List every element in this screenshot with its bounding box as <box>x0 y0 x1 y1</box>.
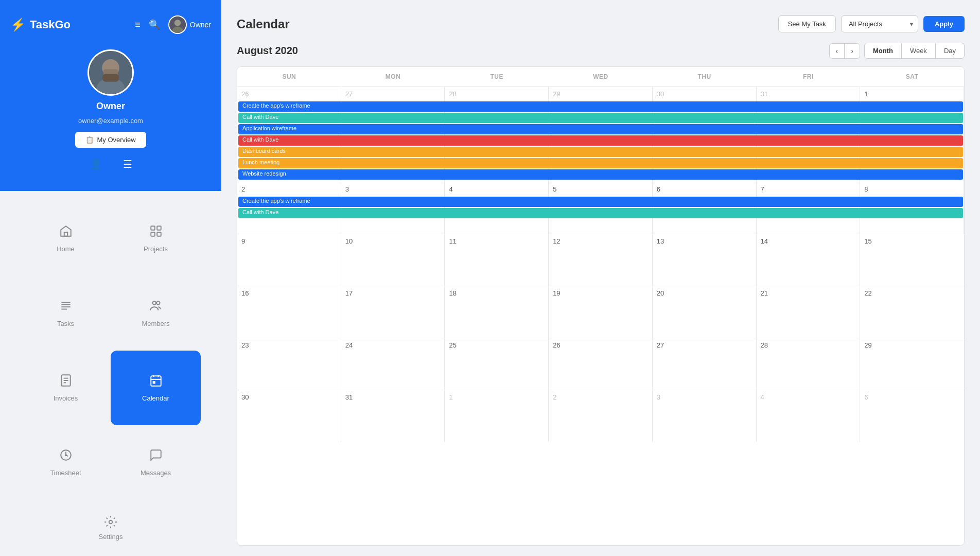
settings-label: Settings <box>99 533 123 541</box>
apply-button[interactable]: Apply <box>923 16 965 32</box>
event-dashboard-w1[interactable]: Dashboard cards <box>238 147 963 157</box>
messages-label: Messages <box>141 469 171 477</box>
event-website-w1[interactable]: Website redesign <box>238 169 963 180</box>
home-icon <box>59 224 73 241</box>
svg-point-29 <box>65 455 66 456</box>
app-name: TaskGo <box>30 18 71 31</box>
cell-aug-11[interactable]: 11 <box>445 234 549 286</box>
calendar-week-4: 16 17 18 19 20 21 22 <box>237 286 964 338</box>
svg-point-18 <box>156 301 160 305</box>
cell-aug-30[interactable]: 30 <box>237 390 341 442</box>
overview-button[interactable]: 📋 My Overview <box>75 132 146 148</box>
overview-label: My Overview <box>97 136 135 144</box>
calendar-week-5: 23 24 25 26 27 28 29 <box>237 338 964 390</box>
avatar-small <box>168 15 187 34</box>
overview-icon: 📋 <box>85 136 94 144</box>
cell-aug-16[interactable]: 16 <box>237 286 341 338</box>
calendar-body: 26 27 28 29 30 31 1 Create the app's wir… <box>237 87 964 442</box>
event-call-dave-teal-w1[interactable]: Call with Dave <box>238 113 963 123</box>
cell-aug-24[interactable]: 24 <box>341 338 445 390</box>
month-view-button[interactable]: Month <box>865 43 902 58</box>
event-call-dave-red-w1[interactable]: Call with Dave <box>238 135 963 146</box>
week1-events: Create the app's wireframe Call with Dav… <box>237 101 964 180</box>
calendar-week-3: 9 10 11 12 13 14 15 <box>237 234 964 286</box>
svg-rect-9 <box>151 226 155 230</box>
day-header-tue: TUE <box>445 67 549 86</box>
sidebar-item-calendar[interactable]: Calendar <box>111 351 201 425</box>
menu-icon[interactable]: ≡ <box>135 20 141 30</box>
header-controls: See My Task All Projects Apply <box>778 15 965 32</box>
home-label: Home <box>57 245 75 253</box>
messages-icon <box>149 448 163 465</box>
projects-icon <box>149 224 163 241</box>
day-view-button[interactable]: Day <box>936 43 964 58</box>
all-projects-select[interactable]: All Projects <box>841 15 918 32</box>
month-title: August 2020 <box>237 45 298 57</box>
calendar-week-1: 26 27 28 29 30 31 1 Create the app's wir… <box>237 87 964 182</box>
cell-aug-26[interactable]: 26 <box>549 338 653 390</box>
svg-rect-7 <box>102 74 119 82</box>
sidebar-item-invoices[interactable]: Invoices <box>21 351 111 425</box>
cell-aug-13[interactable]: 13 <box>653 234 757 286</box>
day-header-fri: FRI <box>757 67 861 86</box>
cell-sep-3[interactable]: 3 <box>653 390 757 442</box>
prev-month-button[interactable]: ‹ <box>830 44 845 58</box>
cell-aug-31[interactable]: 31 <box>341 390 445 442</box>
cell-aug-10[interactable]: 10 <box>341 234 445 286</box>
sidebar-item-home[interactable]: Home <box>21 201 111 276</box>
cell-sep-6[interactable]: 6 <box>860 390 964 442</box>
profile-actions: 👤 ☰ <box>90 158 132 170</box>
top-header: ⚡ TaskGo ≡ 🔍 Owner <box>10 15 211 34</box>
sidebar-item-settings[interactable]: Settings <box>99 515 123 541</box>
cell-aug-27[interactable]: 27 <box>653 338 757 390</box>
cell-aug-15[interactable]: 15 <box>860 234 964 286</box>
tasks-label: Tasks <box>57 320 74 327</box>
header-user-name: Owner <box>190 21 211 29</box>
cell-aug-25[interactable]: 25 <box>445 338 549 390</box>
search-icon[interactable]: 🔍 <box>149 19 160 30</box>
svg-rect-27 <box>153 381 154 383</box>
cell-aug-18[interactable]: 18 <box>445 286 549 338</box>
event-wireframe-w2[interactable]: Create the app's wireframe <box>238 197 963 207</box>
cell-aug-14[interactable]: 14 <box>757 234 861 286</box>
all-projects-wrapper[interactable]: All Projects <box>841 15 918 32</box>
timesheet-icon <box>59 448 73 465</box>
sidebar-item-tasks[interactable]: Tasks <box>21 276 111 351</box>
sidebar-item-projects[interactable]: Projects <box>111 201 201 276</box>
sidebar-item-members[interactable]: Members <box>111 276 201 351</box>
main-header: Calendar See My Task All Projects Apply <box>237 15 965 32</box>
cell-sep-4[interactable]: 4 <box>757 390 861 442</box>
svg-point-17 <box>152 301 156 305</box>
cell-aug-12[interactable]: 12 <box>549 234 653 286</box>
cell-aug-17[interactable]: 17 <box>341 286 445 338</box>
cell-aug-21[interactable]: 21 <box>757 286 861 338</box>
timesheet-label: Timesheet <box>50 469 81 477</box>
day-header-sun: SUN <box>237 67 341 86</box>
user-profile-header[interactable]: Owner <box>168 15 211 34</box>
event-wireframe-w1[interactable]: Create the app's wireframe <box>238 101 963 112</box>
profile-name: Owner <box>96 101 125 112</box>
next-month-button[interactable]: › <box>845 44 860 58</box>
cell-sep-1[interactable]: 1 <box>445 390 549 442</box>
sidebar-item-messages[interactable]: Messages <box>111 425 201 500</box>
cell-sep-2[interactable]: 2 <box>549 390 653 442</box>
list-icon[interactable]: ☰ <box>123 158 132 170</box>
event-app-wireframe-w1[interactable]: Application wireframe <box>238 124 963 134</box>
cell-aug-28[interactable]: 28 <box>757 338 861 390</box>
event-call-dave-teal-w2[interactable]: Call with Dave <box>238 208 963 218</box>
person-icon[interactable]: 👤 <box>90 158 102 170</box>
cell-aug-29[interactable]: 29 <box>860 338 964 390</box>
week-view-button[interactable]: Week <box>902 43 936 58</box>
cell-aug-23[interactable]: 23 <box>237 338 341 390</box>
cell-aug-9[interactable]: 9 <box>237 234 341 286</box>
view-controls: ‹ › Month Week Day <box>829 43 965 59</box>
cell-aug-19[interactable]: 19 <box>549 286 653 338</box>
svg-point-30 <box>109 520 113 524</box>
calendar-week-2: 2 3 4 5 6 7 8 Create the app's wireframe… <box>237 182 964 234</box>
event-lunch-w1[interactable]: Lunch meeting <box>238 158 963 168</box>
sidebar-item-timesheet[interactable]: Timesheet <box>21 425 111 500</box>
see-my-task-button[interactable]: See My Task <box>778 15 836 32</box>
cell-aug-20[interactable]: 20 <box>653 286 757 338</box>
view-btn-group: Month Week Day <box>864 43 965 59</box>
cell-aug-22[interactable]: 22 <box>860 286 964 338</box>
